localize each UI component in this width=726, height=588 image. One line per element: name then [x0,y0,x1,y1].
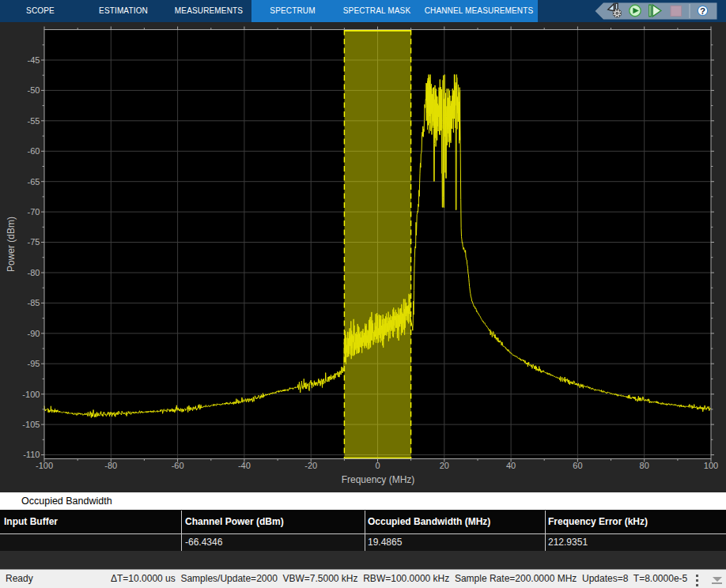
svg-text:-110: -110 [23,450,40,459]
svg-text:-85: -85 [27,298,40,307]
svg-text:-95: -95 [27,359,40,368]
svg-text:?: ? [700,6,705,16]
svg-text:-80: -80 [104,461,117,470]
svg-text:-40: -40 [238,461,251,470]
svg-text:-100: -100 [22,390,40,399]
svg-text:80: 80 [640,461,649,470]
svg-text:-80: -80 [27,268,40,277]
svg-text:-55: -55 [27,116,40,126]
svg-text:-60: -60 [27,146,40,156]
svg-text:-50: -50 [27,85,40,95]
svg-text:-60: -60 [172,461,184,470]
svg-text:-65: -65 [27,177,40,187]
svg-text:-100: -100 [36,461,53,470]
svg-text:-70: -70 [27,207,40,217]
svg-text:-45: -45 [27,55,40,65]
svg-text:-105: -105 [22,420,40,429]
svg-text:-90: -90 [27,329,40,338]
svg-text:-75: -75 [27,237,40,247]
svg-text:40: 40 [506,461,516,470]
svg-text:Power (dBm): Power (dBm) [6,217,17,272]
svg-text:Frequency (MHz): Frequency (MHz) [342,474,415,485]
svg-text:-20: -20 [304,461,317,470]
svg-text:0: 0 [375,461,380,470]
svg-text:100: 100 [704,461,718,470]
svg-text:20: 20 [440,461,449,470]
svg-text:60: 60 [573,461,582,470]
